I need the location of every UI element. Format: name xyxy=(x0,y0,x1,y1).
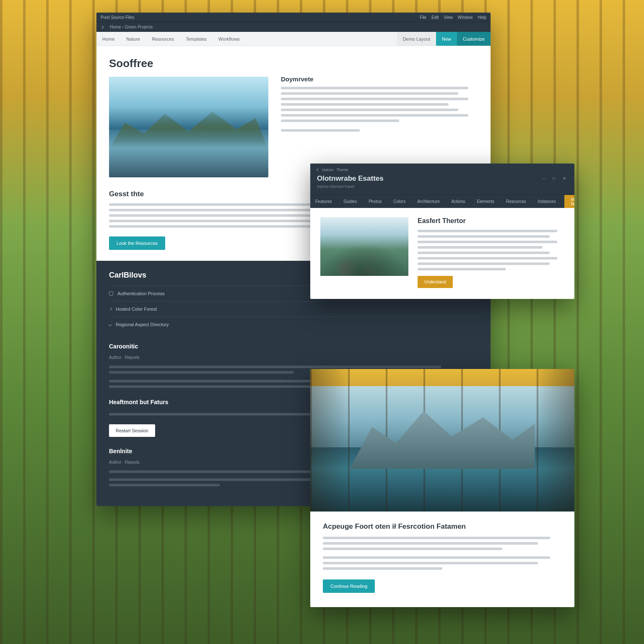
minimize-icon[interactable]: – xyxy=(541,175,547,182)
article-title: Easfert Thertor xyxy=(418,217,564,225)
window-controls: – □ ✕ xyxy=(541,175,568,182)
list-item[interactable]: Hosted Color Forest xyxy=(109,301,478,317)
panel-title: Olotnwrabe Esattes xyxy=(317,174,384,183)
restart-button[interactable]: Restart Session xyxy=(109,424,155,437)
app-title: Pixel Source Files xyxy=(101,15,134,20)
chevron-right-icon xyxy=(109,307,112,311)
chevron-left-icon[interactable] xyxy=(100,25,104,29)
list-item-label: Regional Aspect Directory xyxy=(116,322,169,327)
body-text xyxy=(109,366,441,368)
body-text xyxy=(323,537,550,539)
list-item[interactable]: Regional Aspect Directory xyxy=(109,317,478,332)
body-text xyxy=(323,556,550,559)
breadcrumb-bar: Home › Green Projects xyxy=(96,22,491,32)
body-text xyxy=(109,371,293,374)
dark-section-title: CarlBilovs xyxy=(109,271,146,280)
tab-bar: Home Nature Resources Templates Workflow… xyxy=(96,32,491,46)
subsection-title: Caroonitic xyxy=(109,343,478,350)
list-item-label: Authentication Process xyxy=(117,291,165,296)
menu-item[interactable]: File xyxy=(420,15,426,20)
nav-item[interactable]: Resources xyxy=(501,195,531,208)
checkbox-icon xyxy=(109,291,113,296)
body-text xyxy=(281,114,468,117)
body-text xyxy=(323,567,442,570)
list-item-label: Hosted Color Forest xyxy=(116,306,157,312)
body-text xyxy=(418,268,506,270)
breadcrumb[interactable]: Home › Green Projects xyxy=(110,25,153,29)
panel-nav: Features Guides Photos Colors Architectu… xyxy=(310,195,574,208)
menu-item[interactable]: Help xyxy=(478,15,486,20)
nav-item[interactable]: Features xyxy=(310,195,337,208)
tab-home[interactable]: Home xyxy=(96,32,120,46)
nav-item[interactable]: Colors xyxy=(388,195,410,208)
thumbnail-forest-stream xyxy=(320,217,408,276)
nav-item[interactable]: Elements xyxy=(472,195,499,208)
window-detail-panel: Nature · Theme Olotnwrabe Esattes Interi… xyxy=(310,164,574,299)
nav-item[interactable]: Actions xyxy=(447,195,470,208)
body-text xyxy=(418,241,557,243)
body-text xyxy=(281,98,468,100)
body-text xyxy=(323,542,538,545)
card-body: Acpeuge Foort oten ił Fesrcotion Fatamen… xyxy=(310,512,574,607)
tab-templates[interactable]: Templates xyxy=(180,32,213,46)
pill-demo[interactable]: Demo Layout xyxy=(397,32,436,46)
card-article: Acpeuge Foort oten ił Fesrcotion Fatamen… xyxy=(310,369,574,607)
panel-body: Easfert Thertor Understand xyxy=(310,208,574,299)
tab-resources[interactable]: Resources xyxy=(146,32,180,46)
pill-new[interactable]: New xyxy=(436,32,457,46)
card-title: Acpeuge Foort oten ił Fesrcotion Fatamen xyxy=(323,522,562,531)
body-text xyxy=(281,87,468,89)
body-text xyxy=(281,119,399,122)
breadcrumb[interactable]: Nature · Theme xyxy=(317,168,384,172)
body-text xyxy=(281,109,458,111)
panel-subtitle: Interior Element Panel xyxy=(317,184,384,189)
tab-workflows[interactable]: Workflows xyxy=(213,32,246,46)
nav-item[interactable]: Guides xyxy=(338,195,362,208)
body-text xyxy=(418,262,550,265)
body-text xyxy=(418,246,543,249)
nav-item[interactable]: Architecture xyxy=(412,195,444,208)
tab-nature[interactable]: Nature xyxy=(120,32,146,46)
nav-item[interactable]: Photos xyxy=(364,195,387,208)
body-text xyxy=(323,548,502,550)
pill-customize[interactable]: Customize xyxy=(457,32,491,46)
body-text xyxy=(109,484,220,486)
hero-subtitle: Doymrvete xyxy=(281,75,478,83)
body-text xyxy=(418,252,550,254)
page-title: Sooffree xyxy=(109,57,268,70)
crumb-text: Nature · Theme xyxy=(322,168,348,172)
chevron-left-icon xyxy=(317,168,320,171)
body-text xyxy=(281,129,360,132)
body-text xyxy=(281,92,458,95)
window-header: Nature · Theme Olotnwrabe Esattes Interi… xyxy=(310,164,574,195)
continue-button[interactable]: Continue Reading xyxy=(323,579,375,593)
body-text xyxy=(323,562,538,564)
chevron-down-icon xyxy=(109,323,112,326)
close-icon[interactable]: ✕ xyxy=(561,175,568,182)
body-text xyxy=(418,257,557,260)
maximize-icon[interactable]: □ xyxy=(551,175,557,182)
body-text xyxy=(281,103,449,106)
menu-item[interactable]: View xyxy=(444,15,453,20)
hero-image-mountain-lake xyxy=(109,77,268,177)
menu-item[interactable]: Window xyxy=(458,15,473,20)
body-text xyxy=(418,230,557,232)
subsection-meta: Author · Reports xyxy=(109,354,478,361)
menu-item[interactable]: Edit xyxy=(431,15,439,20)
card-image-autumn-lake xyxy=(310,369,574,512)
body-text xyxy=(418,235,550,238)
cta-button[interactable]: Look the Resources xyxy=(109,236,165,250)
titlebar: Pixel Source Files File Edit View Window… xyxy=(96,13,491,22)
install-button[interactable]: Install Now xyxy=(564,195,574,208)
nav-item[interactable]: Instances xyxy=(533,195,561,208)
understand-button[interactable]: Understand xyxy=(418,276,453,288)
